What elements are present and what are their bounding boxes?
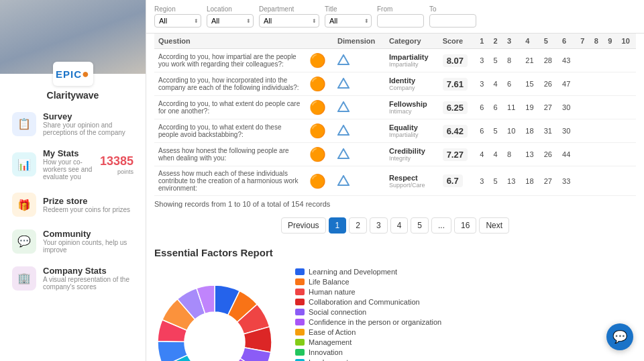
filter-to-input[interactable] [429,14,476,28]
cell-score: 7.61 [439,72,476,96]
cell-dimension-icon [333,96,385,119]
legend-item: Learning and Development [295,268,636,276]
cell-col-1: 6 [476,119,489,143]
cell-extra3 [604,119,617,143]
page-5-button[interactable]: 5 [411,217,429,234]
cell-col-1: 3 [476,49,489,72]
legend-item: Innovation [295,348,636,356]
sidebar-item-community[interactable]: 💬 Community Your opinion counts, help us… [5,223,140,259]
cell-col-1: 3 [476,166,489,196]
table-header-row: Question Dimension Category Score 1 2 3 … [154,34,636,49]
chat-button[interactable]: 💬 [606,323,633,350]
page-2-button[interactable]: 2 [349,217,367,234]
filter-department-wrap[interactable]: All [259,14,319,28]
survey-subtitle: Share your opinion and perceptions of th… [43,121,133,136]
page-1-button[interactable]: 1 [329,217,347,234]
col-10: 10 [618,34,636,49]
sidebar-item-survey[interactable]: 📋 Survey Share your opinion and percepti… [5,106,140,142]
filter-region-select[interactable]: All [154,14,201,28]
logo-text: EPIC● [56,67,90,81]
cell-col-1: 3 [476,72,489,96]
page-ellipsis: ... [431,217,451,234]
svg-marker-2 [338,102,349,111]
company-stats-subtitle: A visual representation of the company's… [43,276,133,291]
sidebar-brand: Claritywave [47,90,99,101]
svg-marker-1 [338,79,349,88]
community-subtitle: Your opinion counts, help us improve [43,239,133,254]
cell-question: According to you, to what extent do thes… [154,119,305,143]
cell-col-6: 47 [558,72,576,96]
cell-col-4: 18 [521,119,539,143]
sidebar-item-my-stats[interactable]: 📊 My Stats How your co-workers see and e… [5,143,140,186]
cell-extra4 [618,96,636,119]
svg-marker-0 [338,55,349,64]
prev-button[interactable]: Previous [281,217,326,234]
col-6: 6 [558,34,576,49]
legend-label: Confidence in the person or organization [309,318,441,326]
cell-extra2 [590,72,604,96]
survey-title: Survey [43,111,133,121]
cell-score: 6.7 [439,166,476,196]
filter-region-label: Region [154,5,176,13]
cell-col-4: 18 [521,166,539,196]
legend-color [295,329,305,336]
cell-col-3: 13 [503,166,521,196]
filter-department-group: Department All [259,5,319,28]
cell-extra4 [618,143,636,166]
legend-color [295,268,305,275]
filter-location-select[interactable]: All [207,14,254,28]
cell-emoji: 🟠 [305,143,333,166]
svg-marker-5 [338,176,349,185]
legend-item: Management [295,338,636,346]
col-4: 4 [521,34,539,49]
cell-col-6: 30 [558,96,576,119]
cell-extra4 [618,166,636,196]
table-wrap: Question Dimension Category Score 1 2 3 … [146,34,644,196]
filter-region-wrap[interactable]: All [154,14,201,28]
table-row: Assess how honest the following people a… [154,143,636,166]
cell-col-5: 26 [540,143,558,166]
cell-extra1 [576,72,590,96]
cell-score: 7.27 [439,143,476,166]
chat-icon: 💬 [612,329,627,344]
cell-extra3 [604,143,617,166]
cell-extra2 [590,143,604,166]
filter-location-wrap[interactable]: All [207,14,254,28]
col-score: Score [439,34,476,49]
cell-col-5: 26 [540,72,558,96]
cell-col-4: 13 [521,143,539,166]
col-5: 5 [540,34,558,49]
points-wrap: 13385 points [100,154,133,175]
page-4-button[interactable]: 4 [390,217,409,234]
filter-title-select[interactable]: All [325,14,372,28]
table-row: According to you, how impartial are the … [154,49,636,72]
page-16-button[interactable]: 16 [454,217,476,234]
col-8: 8 [590,34,604,49]
sidebar-item-prize-store[interactable]: 🎁 Prize store Redeem your coins for priz… [5,187,140,222]
main-content: Region All Location All Department All [146,0,644,361]
cell-col-3: 6 [503,72,521,96]
legend-item: Social connection [295,308,636,316]
cell-question: Assess how much each of these individual… [154,166,305,196]
sidebar-item-company-stats[interactable]: 🏢 Company Stats A visual representation … [5,260,140,296]
cell-extra3 [604,49,617,72]
cell-col-4: 19 [521,96,539,119]
community-text: Community Your opinion counts, help us i… [43,229,133,254]
filter-title-label: Title [325,5,337,13]
filter-from-input[interactable] [377,14,424,28]
donut-svg [154,282,275,361]
filter-region-group: Region All [154,5,201,28]
svg-marker-3 [338,125,349,135]
chart-legend: Learning and DevelopmentLife BalanceHuma… [295,268,636,361]
records-info: Showing records from 1 to 10 of a total … [146,196,644,211]
page-3-button[interactable]: 3 [370,217,388,234]
filter-department-select[interactable]: All [259,14,319,28]
next-button[interactable]: Next [479,217,509,234]
cell-extra3 [604,96,617,119]
legend-item: Involvement [295,358,636,361]
col-1: 1 [476,34,489,49]
survey-text: Survey Share your opinion and perception… [43,111,133,136]
filter-title-wrap[interactable]: All [325,14,372,28]
cell-category: ImpartialityImpartiality [385,49,439,72]
cell-extra1 [576,96,590,119]
